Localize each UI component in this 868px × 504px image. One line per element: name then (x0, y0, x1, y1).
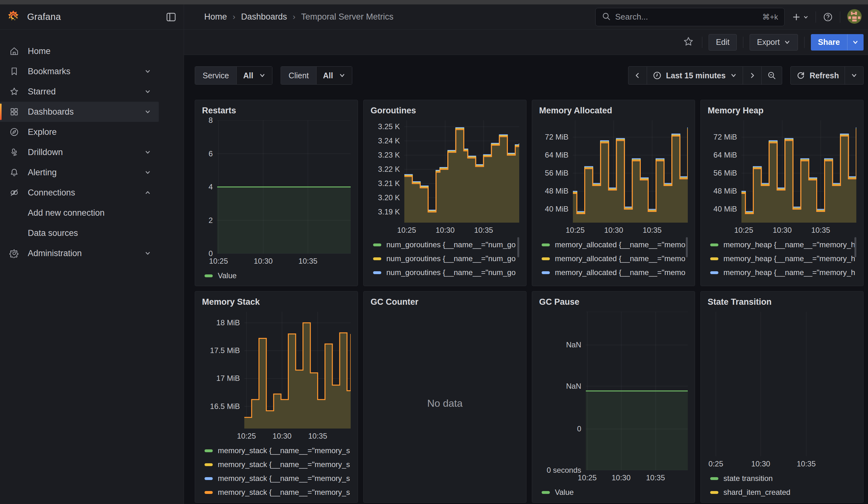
zoom-out-time-button[interactable] (761, 66, 782, 84)
search-input[interactable]: Search... ⌘+k (595, 8, 785, 26)
sidebar-item-starred[interactable]: Starred (0, 81, 159, 102)
share-menu-button[interactable] (847, 34, 864, 51)
legend-item[interactable]: memory_allocated {__name__="memo (541, 238, 688, 252)
edit-button[interactable]: Edit (709, 34, 737, 51)
avatar[interactable] (847, 9, 862, 25)
sidebar-item-dashboards[interactable]: Dashboards (0, 102, 159, 122)
chevron-down-icon[interactable] (144, 150, 151, 155)
new-button[interactable] (792, 12, 809, 22)
legend-item[interactable]: state transition (710, 472, 856, 485)
home-icon (9, 47, 20, 56)
plot-area[interactable] (742, 120, 856, 223)
chevron-down-icon[interactable] (144, 250, 151, 256)
legend-item[interactable]: memory_stack {__name__="memory_s (205, 444, 351, 457)
legend-item[interactable]: memory_stack {__name__="memory_s (205, 472, 351, 485)
chevron-down-icon[interactable] (144, 89, 151, 94)
divider (702, 37, 702, 48)
legend-item[interactable]: memory_allocated {__name__="memo (541, 279, 688, 282)
legend-item[interactable]: num_goroutines {__name__="num_go (373, 266, 519, 279)
legend-item[interactable]: memory_stack {__name__="memory_s (205, 485, 351, 499)
legend-item[interactable]: memory_allocated {__name__="memo (541, 266, 688, 279)
sidebar-item-bookmarks[interactable]: Bookmarks (0, 61, 159, 81)
panel-state-transition[interactable]: State Transition0:2510:3010:35 state tra… (700, 291, 864, 503)
legend-label: memory_heap {__name__="memory_h (723, 240, 855, 249)
panel-title: GC Pause (539, 297, 688, 307)
sidebar-item-explore[interactable]: Explore (0, 122, 159, 142)
chevron-up-icon[interactable] (144, 190, 151, 195)
chevron-down-icon[interactable] (144, 109, 151, 115)
sidebar-item-alerting[interactable]: Alerting (0, 162, 159, 183)
legend-item[interactable]: num_goroutines {__name__="num_go (373, 279, 519, 282)
chevron-down-icon[interactable] (144, 69, 151, 74)
variable-service-dropdown[interactable]: ServiceAll (195, 66, 272, 85)
panel-memory-allocated[interactable]: Memory Allocated40 MiB48 MiB56 MiB64 MiB… (532, 100, 695, 286)
panel-memory-stack[interactable]: Memory Stack16.5 MiB17 MiB17.5 MiB18 MiB… (195, 291, 358, 503)
legend-item[interactable]: memory_allocated {__name__="memo (541, 252, 688, 266)
panel-gc-pause[interactable]: GC Pause0 seconds0NaNNaN10:2510:3010:35 … (532, 291, 695, 503)
time-range-picker[interactable]: Last 15 minutes (647, 66, 743, 84)
app-title: Grafana (27, 12, 61, 22)
legend-item[interactable]: Value (541, 485, 688, 499)
sidebar-item-connections[interactable]: Connections (0, 183, 159, 203)
variable-value[interactable]: All (317, 66, 352, 84)
plot-area[interactable] (404, 120, 519, 223)
panel-memory-heap[interactable]: Memory Heap40 MiB48 MiB56 MiB64 MiB72 Mi… (700, 100, 864, 286)
plot-area[interactable] (573, 120, 688, 223)
star-dashboard-button[interactable] (683, 36, 694, 48)
sidebar-item-administration[interactable]: Administration (0, 243, 159, 263)
time-shift-forward-button[interactable] (743, 66, 761, 84)
sidebar-item-label: Administration (28, 248, 82, 258)
legend-item[interactable]: num_goroutines {__name__="num_go (373, 252, 519, 266)
breadcrumb-separator-icon: › (292, 12, 296, 22)
panel-title: Memory Heap (707, 105, 856, 116)
series-color-swatch (710, 477, 719, 480)
chevron-down-icon[interactable] (144, 169, 151, 175)
plot-area[interactable] (217, 120, 351, 254)
share-button[interactable]: Share (811, 34, 847, 51)
breadcrumb: Home›Dashboards›Temporal Server Metrics (184, 12, 394, 22)
legend-scrollbar[interactable] (686, 237, 688, 257)
series-color-swatch (710, 257, 719, 260)
divider (816, 11, 816, 23)
plot-area[interactable] (586, 312, 688, 470)
breadcrumb-item[interactable]: Dashboards (241, 12, 287, 22)
sidebar-item-data-sources[interactable]: Data sources (0, 223, 159, 243)
time-shift-back-button[interactable] (628, 66, 647, 84)
panel-goroutines[interactable]: Goroutines3.19 K3.20 K3.21 K3.22 K3.23 K… (363, 100, 526, 286)
refresh-interval-button[interactable] (845, 66, 863, 84)
panel-legend: memory_stack {__name__="memory_s memory_… (202, 441, 351, 499)
variable-label: Service (195, 66, 237, 84)
sidebar-item-home[interactable]: Home (0, 41, 159, 61)
x-axis: 10:2510:3010:35 (217, 254, 351, 266)
legend-item[interactable]: memory_heap {__name__="memory_h (710, 252, 856, 266)
variable-client-dropdown[interactable]: ClientAll (281, 66, 352, 85)
dock-sidebar-icon[interactable] (166, 12, 176, 22)
plot-area[interactable] (707, 312, 856, 456)
panel-gc-counter[interactable]: GC CounterNo data (363, 291, 526, 503)
help-button[interactable] (823, 12, 833, 22)
legend-item[interactable]: memory_heap {__name__="memory_h (710, 279, 856, 282)
legend-item[interactable]: Value (205, 269, 351, 282)
breadcrumb-item[interactable]: Home (204, 12, 227, 22)
panel-restarts[interactable]: Restarts0246810:2510:3010:35 Value (195, 100, 358, 286)
zoom-out-icon (767, 71, 776, 80)
legend-item[interactable]: memory_heap {__name__="memory_h (710, 266, 856, 279)
variable-value[interactable]: All (237, 66, 272, 84)
breadcrumb-separator-icon: › (232, 12, 236, 22)
export-button[interactable]: Export (750, 34, 798, 51)
series-color-swatch (205, 449, 213, 452)
refresh-button[interactable]: Refresh (790, 66, 845, 84)
plot-area[interactable] (244, 312, 351, 429)
legend-item[interactable]: memory_stack {__name__="memory_s (205, 457, 351, 472)
grafana-logo[interactable] (7, 10, 20, 24)
legend-scrollbar[interactable] (517, 237, 519, 257)
x-axis: 10:2510:3010:35 (404, 223, 519, 235)
legend-item[interactable]: num_goroutines {__name__="num_go (373, 238, 519, 252)
sidebar-item-add-new-connection[interactable]: Add new connection (0, 203, 159, 223)
dashboard-canvas: ServiceAll ClientAll Last 15 minutes Ref… (184, 55, 868, 504)
legend-scrollbar[interactable] (855, 237, 856, 257)
legend-item[interactable]: shard_item_created (710, 485, 856, 499)
legend-item[interactable]: memory_heap {__name__="memory_h (710, 238, 856, 252)
series-color-swatch (205, 477, 213, 480)
sidebar-item-drilldown[interactable]: Drilldown (0, 142, 159, 162)
